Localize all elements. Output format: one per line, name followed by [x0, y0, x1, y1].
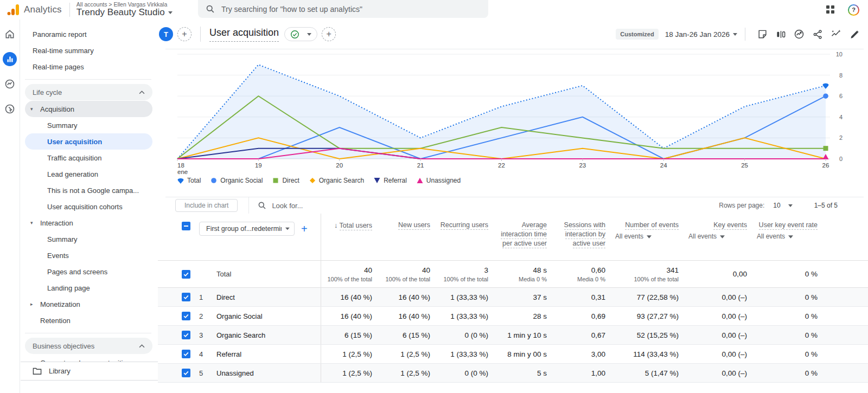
edit-pencil-icon[interactable]	[845, 26, 864, 42]
column-label[interactable]: Recurring users	[441, 221, 488, 230]
legend-item-referral[interactable]: Referral	[374, 177, 407, 184]
global-search-input[interactable]: Try searching for "how to set up analyti…	[198, 0, 488, 18]
svg-text:0: 0	[839, 156, 843, 162]
row-checkbox[interactable]	[182, 331, 190, 339]
row-checkbox[interactable]	[182, 270, 190, 279]
add-report-tab-button[interactable]: +	[177, 27, 192, 41]
sidebar-item-traffic-acquisition[interactable]: Traffic acquisition	[21, 150, 158, 166]
svg-text:26: 26	[822, 162, 829, 169]
sidebar-item-events[interactable]: Events	[21, 247, 158, 263]
dimension-dropdown[interactable]: First group of...redetermined)	[199, 222, 295, 236]
legend-item-organic-social[interactable]: Organic Social	[210, 177, 263, 184]
sort-descending-icon[interactable]: ↓	[334, 221, 338, 229]
sidebar-item-real-time-summary[interactable]: Real-time summary	[21, 42, 158, 59]
channel-name[interactable]: Organic Search	[214, 331, 321, 339]
help-icon[interactable]: ?	[848, 4, 859, 16]
comparison-icon[interactable]	[771, 26, 790, 42]
sidebar-item-library[interactable]: Library	[21, 362, 158, 381]
sidebar-item-this-is-not-a-google-campa[interactable]: This is not a Google campa...	[21, 182, 158, 198]
page-title[interactable]: User acquisition	[209, 27, 279, 42]
table-total-row: Total 40100% of the total 40100% of the …	[158, 261, 868, 288]
item-label: This is not a Google campa...	[47, 186, 139, 195]
report-saved-status-dropdown[interactable]	[284, 27, 317, 41]
table-header-row: First group of...redetermined) + ↓Total …	[158, 214, 868, 261]
notes-icon[interactable]	[753, 26, 771, 42]
svg-text:21: 21	[417, 162, 424, 169]
value-cell: 0,67	[553, 326, 612, 344]
column-filter-dropdown[interactable]: All events	[756, 232, 818, 241]
sidebar-item-monetization[interactable]: ▸ Monetization	[21, 296, 158, 312]
add-dimension-button[interactable]: +	[301, 222, 308, 236]
advertising-icon[interactable]	[3, 102, 17, 116]
row-checkbox-cell	[158, 331, 199, 339]
total-value-cell: 40100% of the total	[321, 261, 379, 287]
sidebar-item-retention[interactable]: Retention	[21, 312, 158, 328]
sidebar-item-summary[interactable]: Summary	[21, 231, 158, 247]
sidebar-item-landing-page[interactable]: Landing page	[21, 280, 158, 296]
column-label[interactable]: Total users	[340, 222, 372, 230]
reports-icon[interactable]	[3, 52, 17, 66]
collapse-arrow-icon: ▾	[30, 106, 38, 112]
chevron-down-icon[interactable]	[788, 204, 793, 207]
legend-item-unassigned[interactable]: Unassigned	[417, 177, 461, 184]
column-label[interactable]: User key event rate	[759, 221, 818, 230]
account-switcher[interactable]: All accounts > Ellen Vargas Virkkala Tre…	[76, 2, 173, 18]
analytics-logo[interactable]: Analytics	[0, 3, 62, 16]
sparkline-insights-icon[interactable]	[827, 26, 845, 42]
select-all-checkbox[interactable]	[182, 222, 190, 230]
sidebar-item-user-acquisition[interactable]: User acquisition	[25, 133, 152, 150]
total-checkbox-cell	[158, 270, 199, 279]
column-label[interactable]: New users	[398, 221, 430, 230]
date-range-picker[interactable]: 18 Jan-26 Jan 2026	[665, 30, 737, 38]
row-checkbox[interactable]	[182, 293, 190, 301]
sidebar-item-pages-and-screens[interactable]: Pages and screens	[21, 263, 158, 280]
apps-grid-icon[interactable]	[826, 5, 835, 14]
sidebar-item-business-objectives[interactable]: Business objectives	[25, 338, 152, 354]
row-checkbox[interactable]	[182, 312, 190, 320]
value-cell: 0 %	[754, 326, 824, 344]
sidebar-item-generate-sales-opportunities[interactable]: ▸ Generate sales opportunities	[21, 355, 158, 362]
home-icon[interactable]	[3, 27, 17, 41]
legend-item-organic-search[interactable]: Organic Search	[309, 177, 364, 184]
legend-item-total[interactable]: Total	[177, 177, 201, 184]
sidebar-item-lead-generation[interactable]: Lead generation	[21, 166, 158, 182]
item-label: Summary	[47, 235, 78, 243]
explore-icon[interactable]	[3, 77, 17, 91]
include-in-chart-button[interactable]: Include in chart	[175, 199, 238, 212]
column-label[interactable]: Key events	[713, 221, 747, 230]
table-search-input[interactable]: Look for...	[258, 201, 719, 210]
column-label[interactable]: Number of events	[625, 221, 679, 230]
legend-item-direct[interactable]: Direct	[272, 177, 299, 184]
channel-name[interactable]: Referral	[214, 350, 321, 358]
sidebar-item-panoramic-report[interactable]: Panoramic report	[21, 26, 158, 42]
legend-marker-icon	[210, 177, 217, 184]
value-cell: 0,31	[553, 288, 612, 306]
column-header-user-key-event-rate: User key event rate All events	[754, 214, 824, 260]
column-filter-dropdown[interactable]: All events	[687, 232, 747, 241]
sidebar-item-acquisition[interactable]: ▾ Acquisition	[25, 101, 152, 117]
sidebar-item-summary[interactable]: Summary	[21, 117, 158, 133]
column-label[interactable]: Sessions with interaction by active user	[564, 221, 605, 248]
sidebar-item-real-time-pages[interactable]: Real-time pages	[21, 59, 158, 75]
insights-icon[interactable]	[790, 26, 808, 42]
sidebar-item-user-acquisition-cohorts[interactable]: User acquisition cohorts	[21, 198, 158, 215]
row-checkbox[interactable]	[182, 350, 190, 358]
sidebar-item-life-cycle[interactable]: Life cycle	[25, 84, 152, 100]
avatar[interactable]: T	[159, 27, 173, 41]
table-body: 1 Direct16 (40 %)16 (40 %)1 (33,33 %)37 …	[158, 288, 868, 383]
row-checkbox[interactable]	[182, 369, 190, 377]
value-cell: 1 (33,33 %)	[437, 307, 495, 325]
column-filter-dropdown[interactable]: All events	[614, 232, 679, 241]
rows-per-page-value[interactable]: 10	[773, 202, 780, 209]
channel-name[interactable]: Organic Social	[214, 312, 321, 320]
product-name: Analytics	[24, 4, 62, 15]
add-comparison-button[interactable]: +	[322, 27, 336, 41]
channel-name[interactable]: Unassigned	[214, 369, 321, 377]
total-value-cell: 0,60Media 0 %	[553, 261, 612, 287]
share-icon[interactable]	[808, 26, 827, 42]
value-cell: 0 %	[754, 288, 824, 306]
column-label[interactable]: Average interaction time per active user	[501, 221, 547, 248]
sidebar-item-interaction[interactable]: ▾ Interaction	[21, 215, 158, 231]
timeseries-chart: 024681018ene1920212223242526 Total Organ…	[158, 49, 868, 197]
channel-name[interactable]: Direct	[214, 293, 321, 301]
